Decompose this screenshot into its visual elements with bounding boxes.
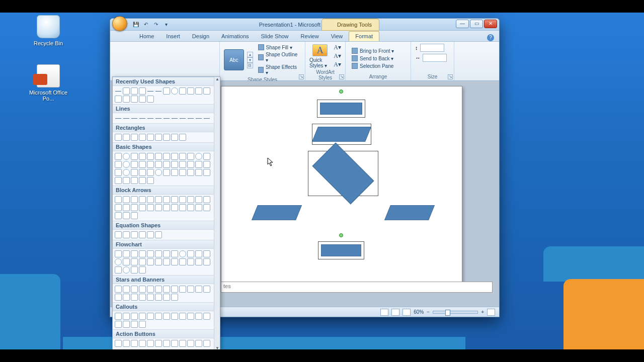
shape-item[interactable]	[123, 250, 130, 257]
shape-item[interactable]	[155, 286, 162, 293]
zoom-in-button[interactable]: +	[481, 309, 484, 315]
shape-data[interactable]	[384, 205, 435, 220]
shape-item[interactable]	[123, 177, 130, 184]
shape-item[interactable]	[139, 266, 146, 274]
shape-item[interactable]	[139, 196, 146, 203]
shape-item[interactable]	[195, 204, 202, 211]
shape-item[interactable]	[171, 153, 178, 160]
fit-slide-button[interactable]	[487, 309, 495, 316]
shape-item[interactable]	[187, 340, 194, 347]
bring-to-front-button[interactable]: Bring to Front ▾	[350, 47, 396, 54]
shape-item[interactable]	[155, 340, 162, 347]
style-preset-selected[interactable]: Abc	[224, 49, 244, 70]
text-effects-icon[interactable]: A▾	[334, 61, 341, 68]
shape-item[interactable]	[203, 340, 210, 347]
shape-item[interactable]	[203, 204, 210, 211]
align-icon[interactable]	[399, 47, 406, 54]
shape-item[interactable]	[171, 313, 178, 320]
shape-item[interactable]	[131, 204, 138, 211]
shape-item[interactable]	[203, 258, 210, 265]
rotation-handle[interactable]	[339, 89, 343, 94]
shape-outline-button[interactable]: Shape Outline ▾	[256, 51, 301, 63]
shape-item[interactable]	[163, 340, 170, 347]
shape-item[interactable]	[115, 340, 122, 347]
rotate-icon[interactable]	[399, 63, 406, 70]
shape-item[interactable]	[139, 313, 146, 320]
shape-item[interactable]	[171, 87, 178, 95]
shape-item[interactable]	[139, 87, 146, 95]
gallery-down-icon[interactable]: ▾	[247, 57, 253, 63]
notes-pane[interactable]: tes	[221, 282, 493, 293]
shape-item[interactable]	[123, 286, 130, 293]
shape-item[interactable]	[179, 169, 186, 176]
shape-item[interactable]	[123, 161, 130, 168]
shape-item[interactable]	[115, 294, 122, 301]
shape-item[interactable]	[147, 250, 154, 257]
shape-item[interactable]	[131, 87, 138, 95]
shape-item[interactable]	[115, 286, 122, 293]
shape-item[interactable]	[203, 161, 210, 168]
shape-item[interactable]	[195, 340, 202, 347]
zoom-out-button[interactable]: −	[427, 309, 430, 315]
shape-item[interactable]	[147, 161, 154, 168]
shape-item[interactable]	[115, 313, 122, 320]
qat-save-icon[interactable]: 💾	[131, 20, 140, 29]
shape-item[interactable]	[203, 286, 210, 293]
window-minimize-button[interactable]: —	[456, 20, 469, 28]
shape-item[interactable]	[195, 313, 202, 320]
shape-item[interactable]	[123, 294, 130, 301]
view-slideshow-button[interactable]	[403, 309, 411, 316]
shape-item[interactable]	[115, 87, 122, 95]
shape-item[interactable]	[115, 258, 122, 265]
shape-item[interactable]	[131, 231, 138, 238]
shape-item[interactable]	[115, 212, 122, 219]
titlebar[interactable]: 💾 ↶ ↷ ▾ Presentation1 - Microsoft PowerP…	[110, 19, 499, 31]
shape-effects-button[interactable]: Shape Effects ▾	[256, 64, 301, 76]
slide-canvas[interactable]	[221, 86, 462, 283]
shape-item[interactable]	[123, 340, 130, 347]
shape-item[interactable]	[131, 169, 138, 176]
text-outline-icon[interactable]: A▾	[334, 52, 341, 60]
shape-item[interactable]	[123, 134, 130, 141]
shape-item[interactable]	[131, 177, 138, 184]
shape-item[interactable]	[147, 286, 154, 293]
shape-item[interactable]	[163, 294, 170, 301]
shape-item[interactable]	[147, 169, 154, 176]
shape-item[interactable]	[179, 87, 186, 95]
shape-item[interactable]	[171, 286, 178, 293]
tab-animations[interactable]: Animations	[215, 32, 255, 41]
shape-item[interactable]	[171, 115, 178, 122]
shape-item[interactable]	[147, 134, 154, 141]
shape-item[interactable]	[131, 250, 138, 257]
shape-item[interactable]	[179, 134, 186, 141]
shape-item[interactable]	[179, 286, 186, 293]
shape-item[interactable]	[123, 87, 130, 95]
shape-item[interactable]	[203, 196, 210, 203]
shape-item[interactable]	[147, 96, 154, 103]
shape-item[interactable]	[203, 250, 210, 257]
shape-item[interactable]	[123, 204, 130, 211]
quick-styles-button[interactable]: A Quick Styles ▾	[309, 44, 331, 68]
shape-item[interactable]	[171, 250, 178, 257]
shape-item[interactable]	[155, 161, 162, 168]
shape-data[interactable]	[312, 127, 371, 142]
qat-more-icon[interactable]: ▾	[162, 20, 171, 29]
shape-item[interactable]	[147, 196, 154, 203]
dialog-launcher-icon[interactable]: ↘	[299, 74, 304, 79]
shape-item[interactable]	[179, 153, 186, 160]
shape-item[interactable]	[131, 294, 138, 301]
shape-item[interactable]	[131, 196, 138, 203]
shape-item[interactable]	[155, 196, 162, 203]
shape-item[interactable]	[147, 153, 154, 160]
shape-item[interactable]	[123, 153, 130, 160]
shape-item[interactable]	[115, 115, 122, 122]
shape-item[interactable]	[195, 169, 202, 176]
shape-item[interactable]	[115, 196, 122, 203]
shape-item[interactable]	[131, 321, 138, 328]
shape-item[interactable]	[115, 204, 122, 211]
shape-item[interactable]	[131, 134, 138, 141]
shape-item[interactable]	[123, 169, 130, 176]
shape-item[interactable]	[123, 258, 130, 265]
shape-item[interactable]	[163, 313, 170, 320]
shape-process[interactable]	[321, 244, 361, 256]
